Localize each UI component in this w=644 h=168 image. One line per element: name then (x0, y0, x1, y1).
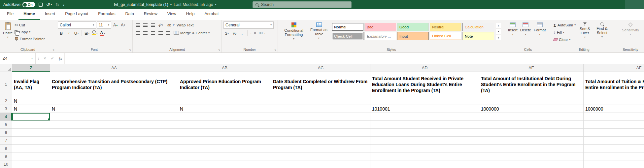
formula-bar-handle[interactable]: ⋮ (36, 53, 41, 64)
cell-AF7[interactable] (584, 137, 644, 145)
cell-AF5[interactable] (584, 121, 644, 129)
cell-AE3[interactable]: 1000000 (479, 105, 584, 113)
tab-help[interactable]: Help (181, 9, 200, 20)
cell-AE6[interactable] (479, 129, 584, 137)
wrap-text-button[interactable]: ab ↵ Wrap Text (167, 22, 194, 28)
cell-AC6[interactable] (271, 129, 370, 137)
cell-AD9[interactable] (370, 152, 479, 160)
increase-decimal-button[interactable]: ←.0 (249, 30, 256, 37)
borders-button[interactable]: ⊞▾ (84, 30, 90, 37)
tab-acrobat[interactable]: Acrobat (199, 9, 223, 20)
row-header-4[interactable]: 4 (0, 113, 12, 121)
tab-insert[interactable]: Insert (40, 9, 60, 20)
gallery-more-button[interactable]: ▾ (496, 35, 501, 40)
cell-AC1[interactable]: Date Student Completed or Withdrew From … (271, 72, 370, 97)
cell-style-normal[interactable]: Normal (332, 23, 363, 31)
column-header-AD[interactable]: AD (370, 64, 479, 72)
format-painter-button[interactable]: Format Painter (14, 36, 45, 42)
search-input[interactable] (261, 2, 349, 7)
clear-button[interactable]: Clear ▾ (553, 36, 576, 43)
row-header-3[interactable]: 3 (0, 105, 12, 113)
align-center-button[interactable] (142, 29, 149, 36)
increase-font-size-button[interactable]: A▴ (112, 22, 119, 29)
cell-AB4[interactable] (178, 113, 271, 121)
cell-AA10[interactable] (50, 160, 178, 168)
column-header-AC[interactable]: AC (271, 64, 370, 72)
cell-style-neutral[interactable]: Neutral (430, 23, 461, 31)
align-bottom-button[interactable] (150, 21, 156, 28)
cell-AF4[interactable] (584, 113, 644, 121)
cell-AD2[interactable] (370, 97, 479, 105)
cell-AE10[interactable] (479, 160, 584, 168)
sensitivity-button[interactable]: Sensitivity ▾ (621, 21, 640, 37)
bold-button[interactable]: B (58, 30, 65, 37)
cell-AE1[interactable]: Total Amount of Institutional Debt Durin… (479, 72, 584, 97)
number-format-select[interactable]: General ▾ (223, 21, 274, 29)
font-family-select[interactable]: Calibri ▾ (58, 21, 96, 29)
cell-style-input[interactable]: Input (397, 32, 429, 40)
cell-AF8[interactable] (584, 145, 644, 152)
column-header-AB[interactable]: AB (178, 64, 271, 72)
formula-input[interactable] (64, 53, 644, 64)
cell-style-check-cell[interactable]: Check Cell (332, 32, 363, 40)
tab-file[interactable]: File (2, 9, 18, 20)
find-select-button[interactable]: Find & Select ▾ (593, 21, 611, 39)
cell-AE7[interactable] (479, 137, 584, 145)
dialog-launcher-icon[interactable]: ↘ (274, 48, 276, 51)
tab-review[interactable]: Review (139, 9, 162, 20)
format-cells-button[interactable]: Format ▾ (532, 21, 547, 37)
cell-AE9[interactable] (479, 152, 584, 160)
column-header-AA[interactable]: AA (50, 64, 178, 72)
row-header-7[interactable]: 7 (0, 137, 12, 145)
align-right-button[interactable] (150, 29, 156, 36)
cancel-entry-button[interactable]: × (41, 53, 49, 64)
cell-Z8[interactable] (12, 145, 50, 152)
cell-AB10[interactable] (178, 160, 271, 168)
row-header-1[interactable]: 1 (0, 72, 12, 97)
cell-AE4[interactable] (479, 113, 584, 121)
cell-AC9[interactable] (271, 152, 370, 160)
cell-AF3[interactable]: 1000000 (584, 105, 644, 113)
cell-AB7[interactable] (178, 137, 271, 145)
cell-style-calculation[interactable]: Calculation (462, 23, 494, 31)
cell-style-explanatory[interactable]: Explanatory ... (364, 32, 396, 40)
cell-AC2[interactable] (271, 97, 370, 105)
cell-AD4[interactable] (370, 113, 479, 121)
cell-AA9[interactable] (50, 152, 178, 160)
column-header-Z[interactable]: Z (12, 64, 50, 72)
undo-button[interactable]: ↺▾ (46, 2, 52, 7)
cell-AD1[interactable]: Total Amount Student Received in Private… (370, 72, 479, 97)
cell-style-note[interactable]: Note (462, 32, 494, 40)
cell-AD8[interactable] (370, 145, 479, 152)
decrease-font-size-button[interactable]: A▾ (119, 22, 126, 29)
search-bar[interactable] (253, 1, 352, 8)
row-header-10[interactable]: 10 (0, 160, 12, 168)
cell-AC8[interactable] (271, 145, 370, 152)
font-size-select[interactable]: 11 ▾ (97, 21, 111, 29)
cell-AB8[interactable] (178, 145, 271, 152)
row-header-8[interactable]: 8 (0, 145, 12, 152)
cell-AB1[interactable]: Approved Prison Education Program Indica… (178, 72, 271, 97)
format-as-table-button[interactable]: Format as Table ▾ (308, 21, 330, 41)
decrease-indent-button[interactable] (157, 29, 164, 36)
cut-button[interactable]: ✂ Cut (14, 22, 45, 28)
insert-cells-button[interactable]: Insert ▾ (507, 21, 519, 37)
cell-AE2[interactable] (479, 97, 584, 105)
save-button[interactable] (39, 3, 43, 7)
cell-Z3[interactable]: N (12, 105, 50, 113)
name-box[interactable]: Z4 ▾ (0, 53, 35, 64)
column-header-AF[interactable]: AF (584, 64, 644, 72)
sort-filter-button[interactable]: Sort & Filter ▾ (576, 21, 593, 40)
cell-AF6[interactable] (584, 129, 644, 137)
autosave-switch[interactable]: On (22, 2, 35, 7)
delete-cells-button[interactable]: Delete ▾ (519, 21, 532, 37)
cell-AE8[interactable] (479, 145, 584, 152)
cell-AA5[interactable] (50, 121, 178, 129)
cell-AB3[interactable]: N (178, 105, 271, 113)
cell-AD7[interactable] (370, 137, 479, 145)
comma-style-button[interactable]: , (239, 30, 246, 37)
fill-color-button[interactable]: ▾ (91, 30, 98, 37)
align-middle-button[interactable] (142, 21, 149, 28)
customize-qat-button[interactable]: ▾ (63, 3, 64, 7)
autosum-button[interactable]: Σ AutoSum ▾ (553, 22, 576, 28)
